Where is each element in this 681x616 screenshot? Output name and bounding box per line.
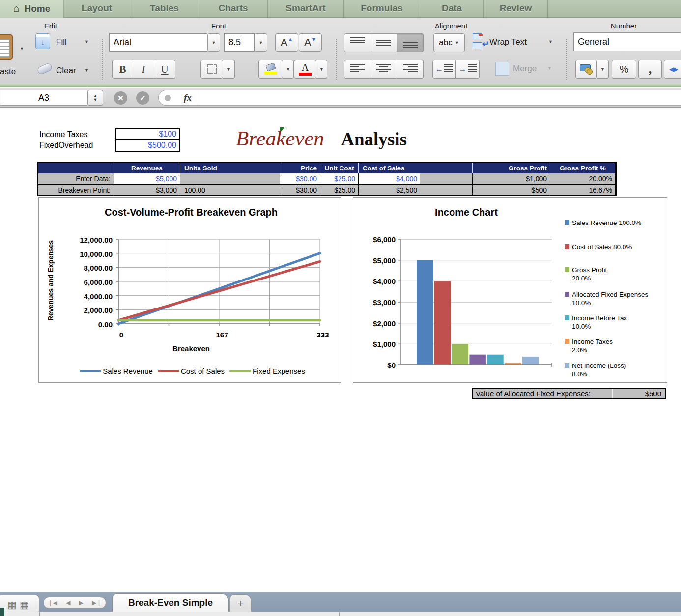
italic-button[interactable]: I (133, 60, 154, 79)
window-corner (0, 608, 4, 616)
align-center-button[interactable] (370, 60, 397, 79)
cell-unit-cost[interactable]: $25.00 (320, 184, 359, 195)
name-box-stepper[interactable]: ▲▼ (87, 90, 103, 106)
allocated-fixed-expenses-box: Value of Allocated Fixed Expenses: $500 (472, 388, 666, 399)
page-layout-view-icon[interactable]: ▦ (20, 599, 29, 611)
param-input-box: $100 $500.00 (115, 128, 180, 152)
font-size-input[interactable]: 8.5 (224, 33, 255, 52)
percent-format-button[interactable]: % (612, 60, 636, 79)
fill-color-button[interactable] (258, 60, 283, 79)
cell-gross-profit[interactable]: $500 (473, 184, 550, 195)
bold-button[interactable]: B (112, 60, 133, 79)
currency-format-button[interactable] (575, 60, 597, 79)
allocated-value-cell[interactable]: $500 (613, 390, 665, 398)
fill-button-label[interactable]: Fill (56, 37, 67, 47)
paste-dropdown-icon[interactable]: ▼ (20, 46, 24, 51)
legend-label: Gross Profit 20.0% (572, 266, 607, 282)
cvp-y-tick: 8,000.00 (84, 264, 113, 272)
font-name-dropdown[interactable]: ▼ (207, 33, 220, 52)
ribbon-bottom-edge (0, 84, 681, 87)
align-middle-button[interactable] (370, 33, 397, 52)
font-color-dropdown[interactable]: ▼ (316, 60, 327, 79)
underline-button[interactable]: U (154, 60, 175, 79)
font-name-input[interactable]: Arial (109, 33, 207, 52)
fill-icon[interactable]: ↓ (35, 33, 50, 49)
orientation-button[interactable]: abc▼ (433, 33, 465, 52)
first-sheet-icon[interactable]: ❘◀ (48, 599, 57, 606)
cell-units-sold[interactable] (180, 173, 280, 184)
wrap-text-icon[interactable]: ↵ (473, 32, 486, 52)
cell-gross-profit[interactable]: $1,000 (473, 173, 550, 184)
next-sheet-icon[interactable]: ▶ (79, 599, 84, 606)
tab-formulas[interactable]: Formulas (344, 0, 420, 18)
cell-gross-profit-pct[interactable]: 16.67% (550, 184, 615, 195)
cell-revenues[interactable]: $3,000 (114, 184, 180, 195)
cvp-x-axis-title: Breakeven (68, 344, 314, 353)
decrease-font-button[interactable]: A▼ (299, 33, 322, 52)
normal-view-icon[interactable]: ▦ (7, 599, 17, 611)
font-color-button[interactable]: A (294, 60, 316, 79)
increase-indent-button[interactable]: → (456, 60, 480, 79)
tab-data[interactable]: Data (420, 0, 484, 18)
cell-price-input[interactable]: $30.00 (280, 173, 320, 184)
sheet-tab-break-even-simple[interactable]: Break-Even Simple (112, 593, 229, 612)
merge-icon[interactable] (495, 62, 509, 76)
cell-gross-profit-pct[interactable]: 20.00% (550, 173, 615, 184)
last-sheet-icon[interactable]: ▶❘ (92, 599, 101, 606)
income-chart[interactable]: Income Chart $6,000$5,000$4,000$3,000$2,… (353, 197, 667, 383)
paste-icon[interactable] (0, 34, 13, 60)
add-sheet-button[interactable]: + (230, 594, 252, 612)
wrap-text-dropdown-icon[interactable]: ▼ (548, 39, 553, 44)
number-format-input[interactable]: General (573, 32, 681, 51)
income-taxes-cell[interactable]: $100 (116, 129, 179, 140)
comma-format-button[interactable]: , (638, 60, 662, 79)
clear-eraser-icon[interactable] (36, 62, 53, 76)
header-units-sold: Units Sold (180, 163, 280, 173)
name-box[interactable]: A3 (0, 90, 87, 106)
tab-home[interactable]: ⌂Home (0, 0, 64, 18)
tab-charts[interactable]: Charts (199, 0, 268, 18)
fill-color-dropdown[interactable]: ▼ (283, 60, 294, 79)
cvp-y-tick: 2,000.00 (84, 306, 113, 314)
borders-dropdown[interactable]: ▼ (223, 60, 235, 79)
fx-icon[interactable]: fx (184, 92, 192, 103)
legend-label: Sales Revenue (103, 367, 153, 375)
borders-button[interactable] (200, 60, 223, 79)
cancel-icon[interactable]: ✕ (114, 91, 127, 105)
currency-dropdown[interactable]: ▼ (597, 60, 609, 79)
increase-font-button[interactable]: A▲ (275, 33, 298, 52)
paste-button-label[interactable]: aste (0, 67, 16, 77)
merge-dropdown-icon[interactable]: ▼ (547, 66, 552, 71)
align-right-button[interactable] (397, 60, 424, 79)
cell-units-sold[interactable]: 100.00 (180, 184, 280, 195)
merge-label[interactable]: Merge (513, 64, 537, 74)
enter-icon[interactable]: ✓ (136, 91, 149, 105)
clear-dropdown-icon[interactable]: ▼ (85, 68, 89, 73)
fixed-overhead-cell[interactable]: $500.00 (116, 140, 179, 151)
income-y-tick: $2,000 (353, 319, 396, 328)
excel-window: ⌂Home Layout Tables Charts SmartArt Form… (0, 0, 681, 616)
tab-smartart[interactable]: SmartArt (268, 0, 344, 18)
clear-button-label[interactable]: Clear (56, 66, 76, 76)
increase-decimal-button[interactable]: ◀▶ (664, 60, 681, 79)
worksheet-canvas[interactable]: Income Taxes FixedOverhead $100 $500.00 … (0, 109, 681, 592)
tab-layout[interactable]: Layout (64, 0, 130, 18)
align-bottom-button[interactable] (397, 33, 424, 52)
cvp-breakeven-chart[interactable]: Cost-Volume-Profit Breakeven Graph Reven… (38, 197, 341, 383)
tab-review[interactable]: Review (484, 0, 548, 18)
prev-sheet-icon[interactable]: ◀ (66, 599, 70, 606)
currency-icon (580, 64, 593, 74)
fill-dropdown-icon[interactable]: ▼ (85, 39, 89, 44)
wrap-text-label[interactable]: Wrap Text (489, 37, 527, 47)
align-top-button[interactable] (344, 33, 370, 52)
cell-cost-of-sales[interactable]: $2,500 (359, 184, 473, 195)
cell-cost-of-sales-input[interactable]: $4,000 (359, 173, 473, 184)
tab-tables[interactable]: Tables (130, 0, 199, 18)
cell-revenues-input[interactable]: $5,000 (114, 173, 180, 184)
formula-input[interactable]: fx (158, 90, 681, 106)
cell-price[interactable]: $30.00 (280, 184, 320, 195)
align-left-button[interactable] (344, 60, 370, 79)
cell-unit-cost-input[interactable]: $25.00 (320, 173, 359, 184)
font-size-dropdown[interactable]: ▼ (255, 33, 267, 52)
decrease-indent-button[interactable]: ← (432, 60, 456, 79)
